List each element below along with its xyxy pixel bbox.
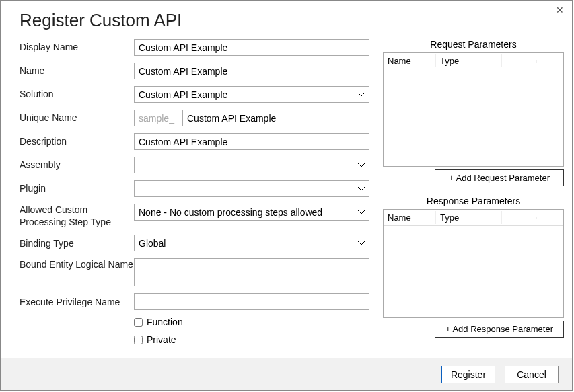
cancel-button[interactable]: Cancel xyxy=(505,366,559,383)
label-bound-entity: Bound Entity Logical Name xyxy=(20,258,134,270)
col-blank1 xyxy=(502,60,519,63)
add-response-parameter-button[interactable]: + Add Response Parameter xyxy=(435,321,564,338)
request-parameters-grid[interactable]: Name Type xyxy=(383,52,564,167)
col-blank2 xyxy=(519,217,537,219)
col-name[interactable]: Name xyxy=(384,54,436,67)
label-function: Function xyxy=(147,317,183,327)
form-column: Display Name Name Solution Custom API Ex… xyxy=(20,39,369,358)
register-custom-api-dialog: ✕ Register Custom API Display Name Name … xyxy=(0,0,573,391)
label-allowed-step-type: Allowed Custom Processing Step Type xyxy=(20,204,134,228)
grid-header: Name Type xyxy=(384,53,563,69)
response-parameters-title: Response Parameters xyxy=(383,196,564,206)
response-parameters-section: Response Parameters Name Type + Add Resp… xyxy=(383,196,564,338)
input-name[interactable] xyxy=(134,63,369,79)
checkbox-private[interactable] xyxy=(134,336,143,344)
col-type[interactable]: Type xyxy=(436,54,502,67)
label-name: Name xyxy=(20,65,134,77)
col-type[interactable]: Type xyxy=(436,211,502,224)
label-assembly: Assembly xyxy=(20,159,134,171)
dialog-title: Register Custom API xyxy=(1,1,572,39)
label-solution: Solution xyxy=(20,88,134,100)
parameters-column: Request Parameters Name Type + Add Reque… xyxy=(383,39,564,358)
col-blank3 xyxy=(537,217,563,219)
input-unique-name[interactable] xyxy=(182,110,369,126)
select-plugin[interactable] xyxy=(134,180,369,197)
grid-header: Name Type xyxy=(384,210,563,226)
input-bound-entity[interactable] xyxy=(134,258,369,286)
label-execute-privilege: Execute Privilege Name xyxy=(20,296,134,308)
input-execute-privilege[interactable] xyxy=(134,293,369,310)
input-description[interactable] xyxy=(134,133,369,150)
label-private: Private xyxy=(147,334,176,345)
request-parameters-title: Request Parameters xyxy=(383,39,564,50)
col-name[interactable]: Name xyxy=(384,211,436,224)
request-parameters-section: Request Parameters Name Type + Add Reque… xyxy=(383,39,564,186)
col-blank3 xyxy=(537,60,563,63)
checkbox-function[interactable] xyxy=(134,318,143,327)
label-description: Description xyxy=(20,135,134,147)
label-plugin: Plugin xyxy=(20,182,134,194)
select-allowed-step-type[interactable]: None - No custom processing steps allowe… xyxy=(134,204,369,221)
select-solution[interactable]: Custom API Example xyxy=(134,86,369,103)
label-binding-type: Binding Type xyxy=(20,237,134,249)
col-blank1 xyxy=(502,217,519,219)
response-parameters-grid[interactable]: Name Type xyxy=(383,209,564,318)
dialog-footer: Register Cancel xyxy=(1,358,572,390)
register-button[interactable]: Register xyxy=(441,366,495,383)
input-unique-prefix[interactable] xyxy=(134,110,182,126)
close-icon[interactable]: ✕ xyxy=(556,5,564,15)
label-display-name: Display Name xyxy=(20,41,134,53)
label-unique-name: Unique Name xyxy=(20,112,134,124)
select-assembly[interactable] xyxy=(134,157,369,173)
add-request-parameter-button[interactable]: + Add Request Parameter xyxy=(435,169,564,186)
dialog-content: Display Name Name Solution Custom API Ex… xyxy=(1,39,572,358)
select-binding-type[interactable]: Global xyxy=(134,235,369,251)
input-display-name[interactable] xyxy=(134,39,369,56)
col-blank2 xyxy=(519,60,537,63)
